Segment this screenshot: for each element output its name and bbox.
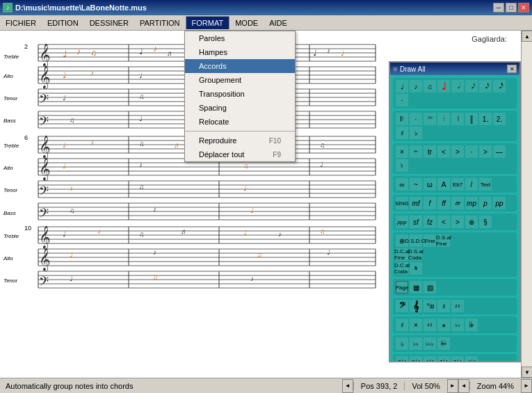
symbol-flat-flat[interactable]: ♭♭ — [451, 319, 464, 331]
symbol-text[interactable]: Text — [479, 178, 492, 191]
symbol-grid[interactable]: ▦ — [410, 281, 422, 294]
symbol-mp[interactable]: mp — [465, 197, 478, 209]
symbol-dbflat[interactable]: 𝄫♭ — [437, 337, 450, 350]
symbol-omega[interactable]: ω — [424, 178, 436, 191]
symbol-32nd[interactable]: 𝅘𝅥𝅰 — [493, 80, 506, 93]
symbol-hairpin2[interactable]: > — [451, 145, 464, 158]
symbol-selected[interactable]: ♩ — [437, 80, 450, 93]
symbol-fz[interactable]: fz — [424, 216, 436, 228]
symbol-staccato[interactable]: · — [465, 145, 478, 158]
symbol-tremobar[interactable]: ║ — [465, 113, 478, 125]
dropdown-deplacer[interactable]: Déplacer tout F9 — [185, 147, 295, 161]
dropdown-transposition[interactable]: Transposition — [185, 87, 295, 101]
symbol-bb[interactable]: ♭♭ — [410, 337, 422, 350]
maximize-button[interactable]: □ — [506, 3, 517, 13]
minimize-button[interactable]: ─ — [493, 3, 504, 13]
symbol-fine[interactable]: Fine — [424, 234, 436, 247]
symbol-slash[interactable]: / — [465, 178, 478, 191]
symbol-x-k[interactable]: × — [410, 319, 422, 331]
dropdown-hampes[interactable]: Hampes — [185, 45, 295, 59]
symbol-b[interactable]: ♭ — [396, 337, 408, 350]
symbol-sing[interactable]: SING — [396, 197, 408, 209]
symbol-4-4[interactable]: 4/4 — [424, 356, 436, 361]
close-button[interactable]: ✕ — [518, 3, 529, 13]
symbol-sharp2[interactable]: ♯ — [437, 300, 450, 312]
symbol-pp[interactable]: pp — [493, 197, 506, 209]
symbol-half[interactable]: 𝅗𝅥 — [451, 80, 464, 93]
symbol-bbb[interactable]: ♭♭♭ — [424, 337, 436, 350]
status-scroll-right[interactable]: ► — [447, 379, 458, 393]
symbol-quarter[interactable]: ♩ — [396, 80, 408, 93]
symbol-p-dot[interactable]: 𝄆 — [396, 113, 408, 125]
dropdown-relocate[interactable]: Relocate — [185, 115, 295, 129]
symbol-dsal-coda[interactable]: D.S.al Coda — [410, 248, 422, 261]
symbol-barline[interactable]: 𝄀 — [437, 113, 450, 125]
symbol-4-4b[interactable]: 4/4 — [465, 356, 478, 361]
menu-aide[interactable]: AIDE — [264, 17, 293, 29]
symbol-f[interactable]: f — [424, 197, 436, 209]
dropdown-spacing[interactable]: Spacing — [185, 101, 295, 115]
symbol-ppp[interactable]: ppp — [396, 216, 408, 228]
symbol-wave[interactable]: ~ — [410, 178, 422, 191]
dropdown-paroles[interactable]: Paroles — [185, 31, 295, 45]
right-scrollbar[interactable]: ▲ ▼ — [521, 31, 532, 378]
menu-fichier[interactable]: FICHIER — [0, 17, 42, 29]
symbol-2-4[interactable]: 2/4 — [396, 356, 408, 361]
symbol-dsdc[interactable]: D.S.D.C. — [410, 234, 422, 247]
dropdown-groupement[interactable]: Groupement — [185, 73, 295, 87]
symbol-mf[interactable]: mf — [410, 197, 422, 209]
menu-edition[interactable]: EDITION — [42, 17, 84, 29]
symbol-3-4b[interactable]: 3/4 — [451, 356, 464, 361]
symbol-Eb7[interactable]: Eb7 — [451, 178, 464, 191]
menu-mode[interactable]: MODE — [229, 17, 264, 29]
symbol-16th[interactable]: 𝅘𝅥𝅯 — [479, 80, 492, 93]
symbol-volta[interactable]: 1. — [479, 113, 492, 125]
symbol-p[interactable]: p — [479, 197, 492, 209]
status-zoom-in[interactable]: ► — [521, 379, 532, 393]
symbol-sharp[interactable]: ♯ — [396, 127, 408, 139]
menu-format[interactable]: FORMAT — [186, 16, 230, 29]
symbol-hairpin[interactable]: < — [437, 145, 450, 158]
symbol-dcal[interactable]: D.C.al Fine — [396, 248, 408, 261]
symbol-beamed[interactable]: ♫ — [424, 80, 436, 93]
symbol-x-circle[interactable]: ⊗ — [465, 216, 478, 228]
symbol-n[interactable]: ♮ — [396, 159, 408, 172]
symbol-treble-clef[interactable]: 𝄞 — [410, 300, 422, 312]
symbol-accent[interactable]: > — [479, 145, 492, 158]
symbol-dot[interactable]: · — [396, 94, 408, 106]
symbol-lt[interactable]: < — [437, 216, 450, 228]
symbol-sf[interactable]: sf — [410, 216, 422, 228]
symbol-gt[interactable]: > — [451, 216, 464, 228]
symbol-ff[interactable]: ff — [437, 197, 450, 209]
scroll-up-button[interactable]: ▲ — [522, 31, 532, 42]
scroll-down-button[interactable]: ▼ — [522, 367, 532, 378]
dropdown-accords[interactable]: Accords — [185, 59, 295, 73]
symbol-double-flat[interactable]: 𝄫 — [465, 319, 478, 331]
scroll-track[interactable] — [522, 42, 532, 367]
menu-dessiner[interactable]: DESSINER — [84, 17, 134, 29]
symbol-bass-acc[interactable]: 𝄢♯♯ — [424, 300, 436, 312]
menu-partition[interactable]: PARTITION — [134, 17, 186, 29]
symbol-sharp3[interactable]: ♯♯ — [451, 300, 464, 312]
symbol-A[interactable]: A — [437, 178, 450, 191]
symbol-volta2[interactable]: 2. — [493, 113, 506, 125]
symbol-dcal-coda[interactable]: D.C.al Coda — [396, 262, 408, 275]
symbol-x1[interactable]: × — [396, 145, 408, 158]
symbol-tenuto[interactable]: — — [493, 145, 506, 158]
symbol-fff[interactable]: fff — [451, 197, 464, 209]
symbol-dotbarline[interactable]: 𝄁 — [451, 113, 464, 125]
dropdown-reproduire[interactable]: Reproduire F10 — [185, 134, 295, 147]
draw-all-close-button[interactable]: ✕ — [507, 65, 517, 73]
status-scroll-left[interactable]: ◄ — [342, 379, 353, 393]
symbol-grid2[interactable]: ▧ — [424, 281, 436, 294]
symbol-sharp-sharp[interactable]: ♯♯ — [424, 319, 436, 331]
symbol-bass-clef[interactable]: 𝄢 — [396, 300, 408, 312]
symbol-eighth[interactable]: ♪ — [410, 80, 422, 93]
symbol-guitar[interactable]: 𝄊 — [424, 113, 436, 125]
status-zoom-out[interactable]: ◄ — [458, 379, 469, 393]
symbol-dsal[interactable]: D.S.al Fine — [437, 234, 450, 247]
symbol-sharp-k[interactable]: ♯ — [396, 319, 408, 331]
symbol-flat[interactable]: ♭ — [410, 127, 422, 139]
symbol-2-4b[interactable]: 2/4 — [437, 356, 450, 361]
symbol-fermata[interactable]: 𝄐 — [410, 145, 422, 158]
